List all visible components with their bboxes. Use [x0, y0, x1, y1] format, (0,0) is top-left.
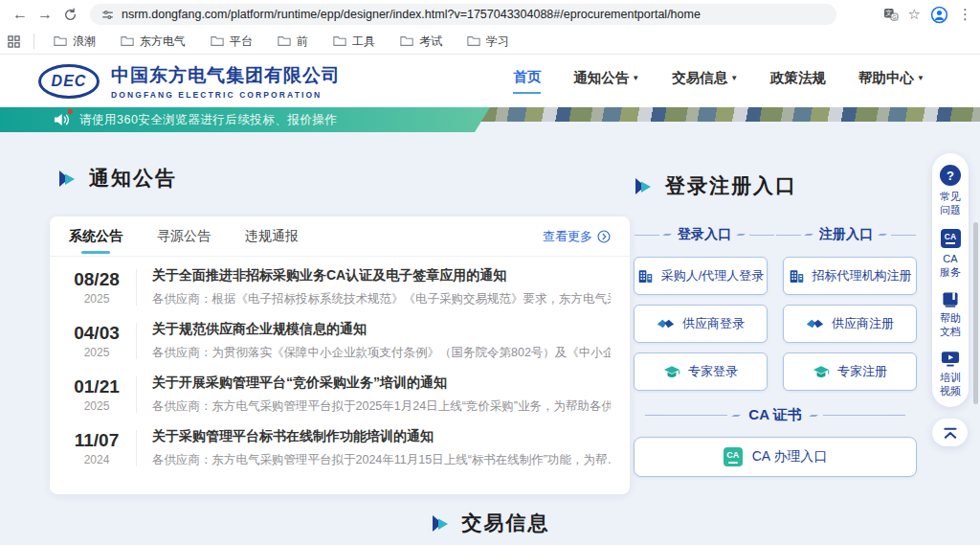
- divider: [136, 430, 137, 466]
- chevron-down-icon: ▼: [632, 74, 639, 82]
- notice-row[interactable]: 11/07 2024 关于采购管理平台标书在线制作功能培训的通知 各供应商：东方…: [50, 421, 630, 475]
- question-icon: ?: [940, 165, 961, 186]
- tab-violation-reports[interactable]: 违规通报: [245, 217, 299, 256]
- login-register-section: 登录注册入口 登录入口 注册入口 采购人/代理人登录: [634, 172, 917, 477]
- bookmark-folder[interactable]: 工具: [327, 32, 381, 52]
- notice-date-day: 01/21: [74, 376, 120, 397]
- folder-icon: [278, 35, 291, 47]
- notice-title[interactable]: 关于采购管理平台标书在线制作功能培训的通知: [152, 428, 611, 445]
- svg-text:G: G: [892, 14, 896, 20]
- back-icon[interactable]: ←: [8, 2, 33, 27]
- handshake-icon: [806, 318, 824, 330]
- notification-dot: [68, 109, 73, 114]
- site-header: DEC 中国东方电气集团有限公司 DONGFANG ELECTRIC CORPO…: [0, 55, 980, 107]
- supplier-login-button[interactable]: 供应商登录: [634, 305, 768, 343]
- tab-sourcing-notices[interactable]: 寻源公告: [157, 217, 211, 256]
- bookmarks-bar: 浪潮 东方电气 平台 前 工具: [0, 29, 980, 55]
- purchaser-agent-login-button[interactable]: 采购人/代理人登录: [634, 257, 768, 295]
- expert-login-button[interactable]: 专家登录: [634, 352, 768, 391]
- bookmark-folder[interactable]: 东方电气: [115, 32, 191, 52]
- back-to-top-button[interactable]: [932, 419, 968, 446]
- bookmark-folder-label: 东方电气: [140, 34, 186, 50]
- quick-sidebar: ? 常见问题 CA CA服务 帮助文档 培训视频: [932, 153, 969, 407]
- book-icon: [941, 291, 960, 307]
- folder-icon: [467, 35, 480, 47]
- divider: [136, 323, 137, 359]
- notice-date-year: 2025: [84, 292, 110, 306]
- folder-icon: [333, 35, 346, 47]
- notices-section: 通知公告 系统公告 寻源公告 违规通报 查看更多: [50, 165, 630, 494]
- forward-icon[interactable]: →: [33, 2, 57, 27]
- handshake-icon: [657, 318, 675, 330]
- ca-service-item[interactable]: CA CA服务: [939, 229, 962, 279]
- arrow-to-top-icon: [943, 427, 958, 439]
- notice-date-day: 11/07: [75, 430, 120, 451]
- notice-title[interactable]: 关于规范供应商企业规模信息的通知: [152, 321, 611, 338]
- dec-logo[interactable]: DEC: [38, 64, 100, 99]
- expert-register-button[interactable]: 专家注册: [783, 352, 917, 391]
- section-arrow-icon: [57, 170, 78, 188]
- ca-apply-button[interactable]: CA CA 办理入口: [634, 437, 917, 477]
- bookmark-star-icon[interactable]: ☆: [908, 6, 921, 23]
- apps-grid-icon[interactable]: [8, 35, 20, 48]
- notice-date: 04/03 2025: [69, 323, 124, 359]
- notices-tabs: 系统公告 寻源公告 违规通报 查看更多: [50, 216, 630, 257]
- view-more-link[interactable]: 查看更多: [543, 228, 611, 245]
- notice-summary: 各供应商：东方电气采购管理平台拟于2024年11月15日上线“标书在线制作”功能…: [152, 452, 611, 468]
- trade-info-section-title: 交易信息: [0, 510, 980, 536]
- bookmark-folder[interactable]: 平台: [205, 32, 258, 52]
- notice-row[interactable]: 04/03 2025 关于规范供应商企业规模信息的通知 各供应商：为贯彻落实《保…: [50, 314, 630, 368]
- bookmark-folder[interactable]: 学习: [461, 32, 515, 52]
- reload-icon[interactable]: [57, 2, 82, 27]
- notice-date-day: 04/03: [74, 323, 120, 344]
- bookmark-folder[interactable]: 前: [272, 32, 314, 52]
- notices-card: 系统公告 寻源公告 违规通报 查看更多 08/28 2025: [50, 216, 630, 494]
- notice-date: 11/07 2024: [69, 430, 124, 466]
- nav-home[interactable]: 首页: [513, 68, 541, 94]
- bookmark-folder[interactable]: 浪潮: [48, 32, 101, 52]
- folder-icon: [54, 35, 67, 47]
- page-scrollbar[interactable]: [973, 222, 978, 404]
- tab-system-notices[interactable]: 系统公告: [69, 217, 122, 256]
- divider: [136, 376, 137, 413]
- login-group-header: 登录入口: [634, 226, 775, 243]
- ticker-text: 请使用360安全浏览器进行后续投标、报价操作: [79, 112, 337, 128]
- notice-title[interactable]: 关于全面推进非招标采购业务CA认证及电子签章应用的通知: [152, 267, 611, 284]
- nav-help-center[interactable]: 帮助中心▼: [858, 69, 924, 93]
- section-arrow-icon: [431, 514, 451, 533]
- bookmark-folder-label: 平台: [230, 34, 253, 50]
- notice-ticker: 请使用360安全浏览器进行后续投标、报价操作: [0, 107, 490, 132]
- faq-item[interactable]: ? 常见问题: [939, 165, 962, 216]
- main-nav: 首页 通知公告▼ 交易信息▼ 政策法规 帮助中心▼: [513, 68, 942, 94]
- help-docs-item[interactable]: 帮助文档: [939, 291, 962, 338]
- nav-trade-info[interactable]: 交易信息▼: [672, 69, 738, 93]
- chevron-down-icon: ▼: [917, 74, 924, 82]
- ca-card-icon: CA: [941, 229, 961, 248]
- url-text[interactable]: nsrm.dongfang.com/platform/runtime/epp/d…: [122, 8, 701, 21]
- notice-list: 08/28 2025 关于全面推进非招标采购业务CA认证及电子签章应用的通知 各…: [50, 257, 630, 475]
- notice-date-day: 08/28: [74, 269, 120, 290]
- bidding-agency-register-button[interactable]: 招标代理机构注册: [783, 257, 917, 295]
- translate-icon[interactable]: 文G: [883, 8, 899, 21]
- divider: [136, 269, 137, 306]
- bookmark-folder-label: 学习: [486, 34, 509, 50]
- address-bar[interactable]: nsrm.dongfang.com/platform/runtime/epp/d…: [90, 4, 836, 25]
- circle-chevron-right-icon: [597, 230, 611, 243]
- profile-avatar-icon[interactable]: [930, 6, 948, 24]
- bookmark-folder[interactable]: 考试: [394, 32, 448, 52]
- graduation-cap-icon: [663, 365, 680, 379]
- notice-summary: 各供应商：东方电气采购管理平台拟于2025年1月24日上线“竞价采购”业务，为帮…: [152, 398, 611, 415]
- main-content: 通知公告 系统公告 寻源公告 违规通报 查看更多: [0, 122, 980, 545]
- bookmark-folder-label: 浪潮: [73, 34, 96, 50]
- ca-card-icon: CA: [724, 447, 743, 466]
- notice-row[interactable]: 01/21 2025 关于开展采购管理平台“竞价采购业务”培训的通知 各供应商：…: [50, 368, 630, 421]
- chrome-menu-icon[interactable]: ⋮: [958, 6, 972, 23]
- notice-row[interactable]: 08/28 2025 关于全面推进非招标采购业务CA认证及电子签章应用的通知 各…: [50, 261, 630, 314]
- nav-notices[interactable]: 通知公告▼: [573, 69, 639, 93]
- nav-policies[interactable]: 政策法规: [770, 69, 826, 93]
- notice-title[interactable]: 关于开展采购管理平台“竞价采购业务”培训的通知: [152, 375, 611, 392]
- supplier-register-button[interactable]: 供应商注册: [783, 305, 917, 343]
- training-videos-item[interactable]: 培训视频: [939, 351, 962, 397]
- site-settings-icon[interactable]: [101, 9, 114, 21]
- notice-date: 01/21 2025: [69, 376, 124, 413]
